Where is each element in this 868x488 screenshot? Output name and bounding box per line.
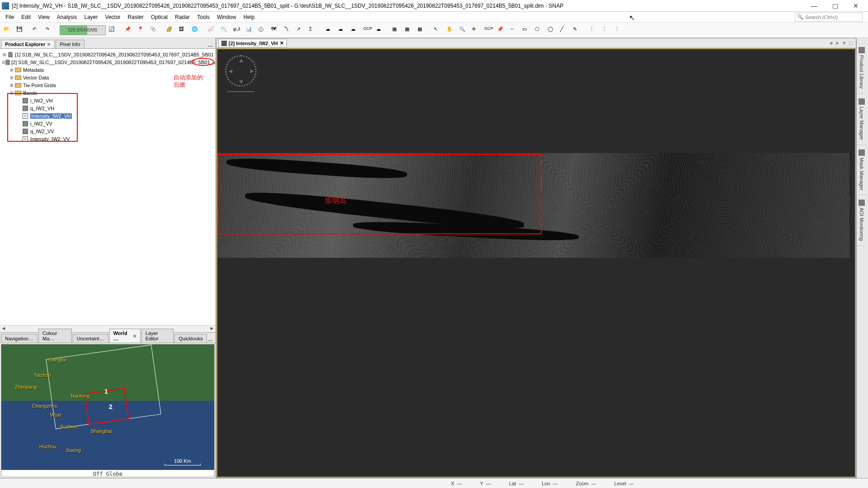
scroll-left-icon[interactable]: ◄ [0, 325, 7, 332]
gcp2-button[interactable]: GCP [483, 24, 494, 36]
nav-right-icon[interactable]: ► [249, 67, 255, 74]
tree-band-1[interactable]: q_IW2_VH [2, 104, 214, 112]
cloud1-button[interactable]: ☁ [324, 24, 335, 36]
world-map-panel[interactable]: 1 2 DongtaiTaizhouZhenjiangNantongChangz… [1, 344, 215, 477]
menu-raster[interactable]: Raster [124, 13, 147, 22]
menu-window[interactable]: Window [213, 13, 240, 22]
product-tree[interactable]: ⊞[1] S1B_IW_SLC__1SDV_20190822T095426_20… [0, 49, 216, 325]
menu-help[interactable]: Help [240, 13, 258, 22]
geo-button[interactable]: 🗺 [269, 24, 281, 36]
nav-up-icon[interactable]: ▲ [238, 56, 244, 64]
image-view[interactable]: ▲ ▼ ◄ ► 崇明岛 [216, 48, 856, 478]
menu-file[interactable]: File [2, 13, 18, 22]
histogram-button[interactable]: 📊 [244, 24, 256, 36]
prev-tab-icon[interactable]: ◄ [828, 40, 833, 46]
undo-button[interactable]: ↶ [31, 24, 42, 36]
tree-product-1[interactable]: ⊞[1] S1B_IW_SLC__1SDV_20190822T095426_20… [2, 51, 214, 58]
open-button[interactable]: 📂 [2, 24, 14, 36]
color-button[interactable]: 🌈 [164, 24, 176, 36]
grid1-button[interactable]: ▦ [390, 24, 402, 36]
menu-optical[interactable]: Optical [147, 13, 171, 22]
cloud3-button[interactable]: ☁ [349, 24, 361, 36]
cloud2-button[interactable]: ☁ [336, 24, 348, 36]
tab-product-explorer[interactable]: Product Explorer ✕ [1, 40, 55, 48]
menu-layer[interactable]: Layer [81, 13, 102, 22]
tab-layer-editor[interactable]: Layer Editor [141, 329, 174, 343]
overflow3-button[interactable]: ⋮ [613, 24, 624, 36]
correl-button[interactable]: ↗ [295, 24, 306, 36]
redo-button[interactable]: ↷ [43, 24, 55, 36]
maximize-button[interactable]: ▢ [825, 0, 845, 12]
menu-tools[interactable]: Tools [193, 13, 213, 22]
menu-edit[interactable]: Edit [18, 13, 34, 22]
next-tab-icon[interactable]: ► [835, 40, 840, 46]
nav-widget[interactable]: ▲ ▼ ◄ ► [223, 53, 259, 98]
overflow2-button[interactable]: ⋮ [600, 24, 612, 36]
overview-button[interactable]: 🖼 [177, 24, 189, 36]
spectrum-button[interactable]: φ,λ [231, 24, 243, 36]
grid2-button[interactable]: ▦ [403, 24, 415, 36]
tree-band-5[interactable]: VIntensity_IW2_VV [2, 135, 214, 143]
line-button[interactable]: ╱ [558, 24, 570, 36]
grid3-button[interactable]: ▦ [416, 24, 427, 36]
poly-button[interactable]: ⬠ [533, 24, 545, 36]
tree-bands[interactable]: ⊟Bands [2, 89, 214, 97]
world-map-canvas[interactable]: 1 2 DongtaiTaizhouZhenjiangNantongChangz… [1, 344, 214, 470]
rect-button[interactable]: ▭ [521, 24, 532, 36]
scroll-right-icon[interactable]: ► [208, 325, 216, 332]
tree-band-4[interactable]: q_IW2_VV [2, 127, 214, 135]
tab-quicklooks[interactable]: Quicklooks [174, 334, 207, 343]
dropdown-icon[interactable]: ▼ [842, 40, 847, 46]
scatter-button[interactable]: 📉 [219, 24, 230, 36]
tree-metadata[interactable]: ⊞Metadata [2, 66, 214, 74]
nav-down-icon[interactable]: ▼ [238, 78, 244, 85]
tree-product-2[interactable]: ⊟[2] S1B_IW_SLC__1SDV_20190822T095426_20… [2, 58, 214, 66]
select-button[interactable]: ↖ [432, 24, 444, 36]
crosshair-button[interactable]: ✛ [470, 24, 482, 36]
menu-radar[interactable]: Radar [171, 13, 193, 22]
memory-indicator[interactable]: 528.8/6490MB [60, 25, 106, 35]
side-tab-product-library[interactable]: Product Library [857, 42, 867, 94]
tree-hscroll[interactable]: ◄ ► [0, 325, 216, 332]
stats-button[interactable]: 〽 [282, 24, 294, 36]
side-tab-aoi[interactable]: AOI Monitoring [857, 195, 867, 246]
pin-button[interactable]: 📌 [123, 24, 135, 36]
menu-analysis[interactable]: Analysis [53, 13, 81, 22]
zoom-button[interactable]: 🔍 [457, 24, 469, 36]
draw-button[interactable]: ✎ [571, 24, 583, 36]
side-tab-mask-manager[interactable]: Mask Manager [857, 145, 867, 195]
close-button[interactable]: ✕ [845, 0, 866, 12]
info-button[interactable]: ⓘ [257, 24, 268, 36]
close-icon[interactable]: ✕ [280, 40, 284, 46]
pan-button[interactable]: ✋ [445, 24, 456, 36]
range-button[interactable]: ↔ [508, 24, 520, 36]
ellipse-button[interactable]: ◯ [546, 24, 558, 36]
globe-button[interactable]: 🌐 [190, 24, 202, 36]
minimize-panel-icon[interactable]: — [208, 43, 213, 48]
menu-view[interactable]: View [34, 13, 53, 22]
tree-band-2[interactable]: VIntensity_IW2_VH [2, 112, 214, 120]
side-tab-layer-manager[interactable]: Layer Manager [857, 94, 867, 145]
image-tab[interactable]: [2] Intensity_IW2_VH ✕ [218, 39, 287, 47]
close-icon[interactable]: ✕ [47, 42, 51, 47]
close-icon[interactable]: ✕ [133, 334, 136, 339]
minimize-button[interactable]: — [804, 0, 825, 12]
cloud4-button[interactable]: ☁ [374, 24, 386, 36]
minimize-panel-icon[interactable]: — [208, 337, 213, 343]
menu-vector[interactable]: Vector [102, 13, 124, 22]
tab-navigation[interactable]: Navigation… [1, 334, 38, 343]
refresh-button[interactable]: 🔄 [107, 24, 118, 36]
nav-left-icon[interactable]: ◄ [227, 67, 234, 74]
pin2-button[interactable]: 📌 [495, 24, 507, 36]
maximize-icon[interactable]: ▢ [849, 40, 853, 46]
search-box[interactable]: 🔍 [795, 13, 863, 22]
search-input[interactable] [805, 14, 860, 20]
save-button[interactable]: 💾 [14, 24, 26, 36]
pin-add-button[interactable]: 📍 [136, 24, 147, 36]
profile-button[interactable]: 📈 [206, 24, 218, 36]
zoom-slider[interactable] [227, 91, 254, 94]
tab-uncertainty[interactable]: Uncertaint… [73, 334, 108, 343]
tree-band-3[interactable]: i_IW2_VV [2, 120, 214, 127]
pin-tool-button[interactable]: 📎 [148, 24, 160, 36]
tree-band-0[interactable]: i_IW2_VH [2, 97, 214, 104]
